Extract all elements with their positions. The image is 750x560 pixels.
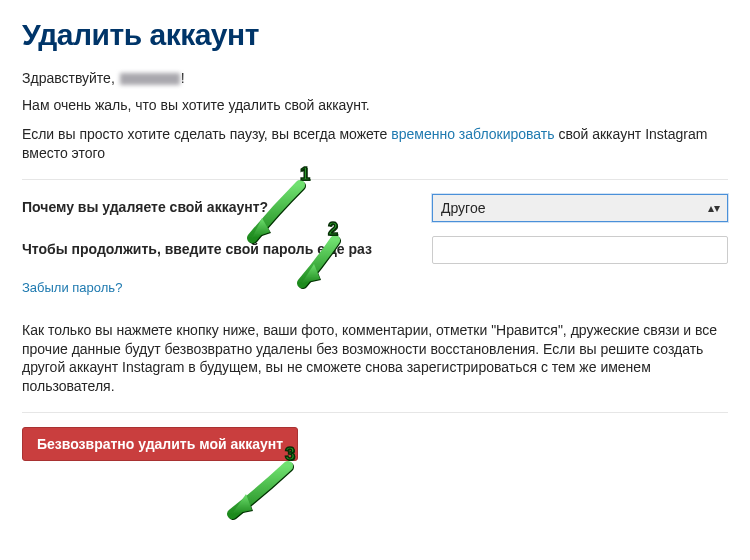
username-redacted bbox=[120, 73, 180, 85]
password-label: Чтобы продолжить, введите свой пароль ещ… bbox=[22, 241, 432, 259]
reason-label: Почему вы удаляете свой аккаунт? bbox=[22, 199, 432, 217]
temporarily-disable-link[interactable]: временно заблокировать bbox=[391, 126, 554, 142]
password-row: Чтобы продолжить, введите свой пароль ещ… bbox=[22, 236, 728, 264]
pause-text: Если вы просто хотите сделать паузу, вы … bbox=[22, 125, 728, 163]
divider-bottom bbox=[22, 412, 728, 413]
greeting-prefix: Здравствуйте, bbox=[22, 70, 115, 86]
annotation-number-1: 1 bbox=[300, 164, 310, 185]
pause-before: Если вы просто хотите сделать паузу, вы … bbox=[22, 126, 391, 142]
svg-marker-2 bbox=[232, 494, 252, 514]
page-title: Удалить аккаунт bbox=[22, 18, 728, 52]
greeting-line: Здравствуйте, ! bbox=[22, 70, 728, 86]
password-input[interactable] bbox=[432, 236, 728, 264]
warning-text: Как только вы нажмете кнопку ниже, ваши … bbox=[22, 321, 728, 397]
permanently-delete-button[interactable]: Безвозвратно удалить мой аккаунт bbox=[22, 427, 298, 461]
sorry-text: Нам очень жаль, что вы хотите удалить св… bbox=[22, 96, 728, 115]
forgot-password-link[interactable]: Забыли пароль? bbox=[22, 280, 122, 295]
divider-top bbox=[22, 179, 728, 180]
svg-marker-1 bbox=[302, 264, 320, 283]
greeting-suffix: ! bbox=[181, 70, 185, 86]
reason-select-wrap: Другое ▴▾ bbox=[432, 194, 728, 222]
reason-row: Почему вы удаляете свой аккаунт? Другое … bbox=[22, 194, 728, 222]
reason-select[interactable]: Другое bbox=[432, 194, 728, 222]
